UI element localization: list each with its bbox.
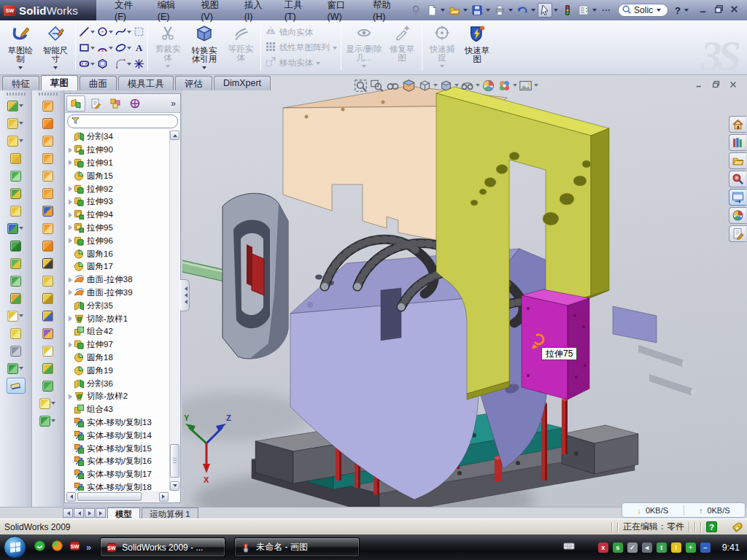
antivirus-shield-icon[interactable]: s <box>613 542 623 553</box>
tree-item[interactable]: 拉伸91 <box>66 157 169 170</box>
linear-sketch-pattern-button[interactable]: 线性草图阵列 <box>263 41 338 55</box>
previous-tab-button[interactable] <box>74 508 84 518</box>
smart-dimension-button[interactable]: 智能尺寸 <box>38 23 73 73</box>
start-button[interactable] <box>4 536 26 559</box>
feature-manager-tab[interactable] <box>66 96 85 112</box>
view-settings-button[interactable] <box>518 78 533 93</box>
chevron-down-icon[interactable] <box>531 9 535 14</box>
design-library-tab[interactable] <box>729 134 746 151</box>
scroll-down-button[interactable] <box>170 481 179 491</box>
chevron-down-icon[interactable] <box>486 9 490 14</box>
rectangle-button[interactable] <box>78 40 96 56</box>
chevron-down-icon[interactable] <box>51 402 55 407</box>
solidworks-quick-icon[interactable]: SW <box>69 540 81 555</box>
menu-item[interactable]: 文件(F) <box>107 0 150 25</box>
tree-item[interactable]: 分割35 <box>66 299 169 312</box>
feature-toolbar-button[interactable] <box>0 342 31 359</box>
tree-item[interactable]: 实体-移动/复制16 <box>66 455 169 468</box>
search-resources-tab[interactable] <box>729 171 746 187</box>
menu-item[interactable]: 编辑(E) <box>150 0 193 25</box>
expand-arrow-icon[interactable] <box>66 394 74 400</box>
arc-button[interactable] <box>96 40 114 56</box>
tree-vertical-scrollbar[interactable] <box>169 131 179 491</box>
chevron-down-icon[interactable] <box>513 84 517 89</box>
chevron-down-icon[interactable] <box>19 367 23 372</box>
chevron-down-icon[interactable] <box>127 31 131 36</box>
tree-item[interactable]: 分割34 <box>66 131 169 144</box>
network-warning-icon[interactable]: ! <box>671 542 681 553</box>
document-min-button[interactable] <box>694 79 705 93</box>
sync-client-icon[interactable]: – <box>700 542 711 553</box>
feature-toolbar-button[interactable] <box>0 237 31 254</box>
display-style-button[interactable] <box>438 78 454 93</box>
feature-toolbar-button[interactable] <box>32 167 63 184</box>
document-close-button[interactable] <box>728 79 738 93</box>
feature-toolbar-button[interactable] <box>32 307 63 324</box>
move-entities-button[interactable]: 移动实体 <box>263 56 338 71</box>
tree-item[interactable]: 拉伸97 <box>66 338 169 351</box>
pin-icon[interactable] <box>409 3 423 18</box>
feature-toolbar-button[interactable] <box>32 324 63 342</box>
chevron-down-icon[interactable] <box>90 31 95 36</box>
measure-button[interactable] <box>0 377 31 394</box>
toolbar-drag-handle[interactable] <box>7 93 26 96</box>
document-restore-button[interactable] <box>711 79 721 93</box>
tree-item[interactable]: 实体-移动/复制14 <box>66 429 169 442</box>
tree-item[interactable]: 圆角17 <box>66 260 169 273</box>
tree-horizontal-scrollbar[interactable] <box>66 491 169 502</box>
file-explorer-tab[interactable] <box>729 152 746 169</box>
tree-item[interactable]: 切除-放样2 <box>66 390 169 403</box>
close-button[interactable] <box>729 4 740 18</box>
feature-toolbar-button[interactable] <box>0 167 31 184</box>
spline-button[interactable] <box>115 24 132 40</box>
tree-item[interactable]: 切除-放样1 <box>66 312 169 325</box>
expand-arrow-icon[interactable] <box>66 225 74 230</box>
tags-icon[interactable] <box>732 521 744 532</box>
tab-曲面[interactable]: 曲面 <box>80 76 117 90</box>
traffic-light-icon[interactable] <box>560 3 575 18</box>
custom-properties-tab[interactable] <box>729 225 746 242</box>
tab-评估[interactable]: 评估 <box>175 76 212 90</box>
apply-scene-button[interactable] <box>497 78 512 93</box>
minimize-button[interactable] <box>698 4 709 18</box>
feature-toolbar-button[interactable] <box>32 149 63 167</box>
chevron-down-icon[interactable] <box>433 84 438 89</box>
chevron-down-icon[interactable] <box>19 122 23 127</box>
menu-item[interactable]: 工具(T) <box>276 0 320 25</box>
chevron-down-icon[interactable] <box>476 84 480 89</box>
point-button[interactable] <box>133 56 145 72</box>
first-tab-button[interactable] <box>63 508 73 518</box>
offset-entities-button[interactable]: 等距实体 <box>223 23 258 73</box>
circle-button[interactable] <box>96 24 114 40</box>
expand-arrow-icon[interactable] <box>66 199 74 205</box>
view-orientation-button[interactable] <box>417 78 433 93</box>
selection-box-button[interactable] <box>133 24 145 40</box>
security-center-icon[interactable]: x <box>598 542 608 553</box>
next-tab-button[interactable] <box>85 508 95 518</box>
chevron-down-icon[interactable] <box>90 47 95 52</box>
chevron-down-icon[interactable] <box>534 84 538 89</box>
repair-sketch-button[interactable]: 修复草图 <box>384 23 419 73</box>
chevron-down-icon[interactable] <box>109 31 113 36</box>
menu-item[interactable]: 插入(I) <box>236 0 276 25</box>
configuration-manager-tab[interactable] <box>106 96 125 112</box>
menu-item[interactable]: 视图(V) <box>193 0 236 25</box>
toolbar-drag-handle[interactable] <box>39 93 58 96</box>
tree-filter-input[interactable] <box>67 114 178 128</box>
rapid-sketch-button[interactable]: 快速草图 <box>460 23 495 73</box>
zoom-fit-button[interactable] <box>353 78 368 93</box>
chevron-down-icon[interactable] <box>127 47 131 52</box>
hide-show-items-button[interactable] <box>460 78 475 93</box>
feature-toolbar-button[interactable] <box>32 289 63 307</box>
feature-toolbar-button[interactable] <box>32 412 63 429</box>
edit-appearance-button[interactable] <box>481 78 496 93</box>
expand-arrow-icon[interactable] <box>66 147 74 153</box>
undo-icon[interactable] <box>515 3 530 18</box>
feature-toolbar-button[interactable] <box>32 272 63 289</box>
tree-item[interactable]: 曲面-拉伸39 <box>66 287 169 300</box>
new-document-icon[interactable] <box>425 3 439 18</box>
taskbar-button[interactable]: 未命名 - 画图 <box>234 537 360 557</box>
expand-arrow-icon[interactable] <box>66 186 74 192</box>
scroll-thumb[interactable] <box>77 492 142 501</box>
menu-item[interactable]: 帮助(H) <box>365 0 409 25</box>
